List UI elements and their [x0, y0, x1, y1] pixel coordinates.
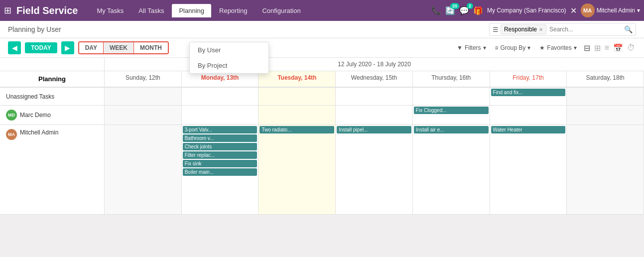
calendar-area: 12 July 2020 - 18 July 2020 Planning Sun… [0, 58, 644, 215]
cell-mitchell-wed[interactable]: Install pipel... [336, 125, 413, 214]
task-fix-sink[interactable]: Fix sink [183, 160, 258, 167]
nav-my-tasks[interactable]: My Tasks [90, 4, 130, 17]
nav-reporting[interactable]: Reporting [212, 4, 254, 17]
day-header-fri: Friday, 17th [490, 71, 567, 87]
group-by-dropdown-icon: ▾ [527, 44, 530, 51]
user-avatar: MA [581, 3, 595, 17]
next-btn[interactable]: ▶ [61, 41, 74, 54]
responsible-tag: Responsible ✕ [501, 24, 546, 34]
cell-unassigned-mon[interactable] [182, 88, 259, 105]
chat-icon[interactable]: 🔄 20 [445, 6, 455, 15]
tag-label: Responsible [504, 26, 537, 33]
day-headers: Planning Sunday, 12th Monday, 13th Tuesd… [0, 71, 644, 88]
day-header-thu: Thursday, 16th [413, 71, 490, 87]
tag-close-icon[interactable]: ✕ [539, 27, 543, 32]
mitchell-label: MA Mitchell Admin [0, 125, 105, 214]
week-range-label: 12 July 2020 - 18 July 2020 [105, 58, 644, 71]
cell-mitchell-sat[interactable] [567, 125, 644, 214]
cell-mitchell-thu[interactable]: Install air e... [413, 125, 490, 214]
day-header-wed: Wednesday, 15th [336, 71, 413, 87]
search-area: ☰ Responsible ✕ 🔍 [489, 23, 636, 36]
cell-marc-sat[interactable] [567, 106, 644, 125]
planning-header: Planning [0, 71, 105, 87]
search-icon[interactable]: 🔍 [624, 25, 633, 33]
cell-unassigned-wed[interactable] [336, 88, 413, 105]
task-water-heater[interactable]: Water Heater [491, 126, 566, 133]
company-name[interactable]: My Company (San Francisco) [487, 7, 566, 14]
grid-view-icon[interactable]: ⊞ [593, 42, 602, 54]
prev-btn[interactable]: ◀ [8, 41, 21, 54]
week-view-btn[interactable]: WEEK [104, 42, 133, 53]
filters-label: Filters [465, 44, 481, 51]
cell-unassigned-tue[interactable] [258, 88, 336, 105]
task-find-fix[interactable]: Find and fix... [491, 89, 566, 96]
group-by-btn[interactable]: ≡ Group By ▾ [492, 43, 534, 53]
clock-view-icon[interactable]: ⏱ [626, 42, 636, 54]
favorites-btn[interactable]: ★ Favorites ▾ [536, 43, 579, 53]
list-view-icon[interactable]: ≡ [604, 42, 610, 54]
group-by-icon: ≡ [495, 44, 499, 51]
brand-title: Field Service [16, 5, 78, 16]
user-menu[interactable]: MA Mitchell Admin ▾ [581, 3, 640, 17]
favorites-dropdown-icon: ▾ [574, 44, 577, 51]
task-two-radiato[interactable]: Two radiato... [259, 126, 334, 133]
task-3port[interactable]: 3-port Valv... [183, 126, 258, 133]
chat-badge: 20 [450, 3, 459, 9]
grid-icon[interactable]: ⊞ [4, 5, 11, 16]
search-input[interactable] [546, 26, 624, 33]
today-btn[interactable]: TODAY [25, 42, 57, 53]
nav-right: 📞 🔄 20 💬 2 🎁 My Company (San Francisco) … [431, 3, 640, 17]
task-install-air[interactable]: Install air e... [414, 126, 489, 133]
cell-marc-tue[interactable] [258, 106, 336, 125]
by-project-item[interactable]: By Project [190, 58, 268, 73]
message-badge: 2 [467, 3, 473, 9]
phone-icon[interactable]: 📞 [431, 6, 441, 15]
cell-mitchell-mon[interactable]: 3-port Valv... Bathroom v... Check joint… [182, 125, 259, 214]
task-filter[interactable]: Filter replac... [183, 151, 258, 159]
cell-marc-wed[interactable] [336, 106, 413, 125]
nav-configuration[interactable]: Configuration [255, 4, 307, 17]
top-nav: ⊞ Field Service My Tasks All Tasks Plann… [0, 0, 644, 21]
by-user-item[interactable]: By User [190, 42, 268, 58]
user-name: Mitchell Admin [597, 7, 635, 14]
close-icon[interactable]: ✕ [570, 6, 577, 15]
cell-unassigned-thu[interactable] [413, 88, 490, 105]
task-bathroom[interactable]: Bathroom v... [183, 134, 258, 142]
gift-icon[interactable]: 🎁 [473, 6, 483, 15]
cell-unassigned-fri[interactable]: Find and fix... [490, 88, 567, 105]
filter-icon: ▼ [457, 44, 463, 51]
task-check-joints[interactable]: Check joints [183, 143, 258, 150]
calendar-view-icon[interactable]: 📅 [612, 42, 624, 54]
cell-marc-thu[interactable]: Fix Clogged... [413, 106, 490, 125]
cell-marc-fri[interactable] [490, 106, 567, 125]
message-icon[interactable]: 💬 2 [459, 6, 469, 15]
filters-btn[interactable]: ▼ Filters ▾ [454, 43, 489, 53]
task-fix-clogged[interactable]: Fix Clogged... [414, 107, 489, 114]
table-row: MA Mitchell Admin 3-port Valv... Bathroo… [0, 125, 644, 215]
task-install-pipel[interactable]: Install pipel... [337, 126, 411, 133]
day-view-btn[interactable]: DAY [79, 42, 103, 53]
cell-mitchell-tue[interactable]: Two radiato... [258, 125, 336, 214]
cell-mitchell-sun[interactable] [105, 125, 182, 214]
list-icon: ☰ [493, 26, 499, 33]
day-header-sat: Saturday, 18th [567, 71, 644, 87]
view-mode-group: DAY WEEK MONTH [78, 41, 169, 54]
view-controls-row: ◀ TODAY ▶ DAY WEEK MONTH ▼ Filters ▾ ≡ G… [0, 38, 644, 58]
breadcrumb: Planning by User [8, 25, 61, 33]
toolbar-area: Planning by User ☰ Responsible ✕ 🔍 [0, 21, 644, 38]
nav-all-tasks[interactable]: All Tasks [131, 4, 171, 17]
marc-avatar: MD [6, 110, 17, 121]
cell-unassigned-sat[interactable] [567, 88, 644, 105]
nav-menu: My Tasks All Tasks Planning Reporting Co… [90, 4, 429, 17]
cell-unassigned-sun[interactable] [105, 88, 182, 105]
kanban-view-icon[interactable]: ⊟ [583, 42, 591, 54]
filter-group: ▼ Filters ▾ ≡ Group By ▾ ★ Favorites ▾ ⊟… [454, 42, 636, 54]
cell-marc-sun[interactable] [105, 106, 182, 125]
cell-marc-mon[interactable] [182, 106, 259, 125]
task-boiler[interactable]: Boiler main... [183, 168, 258, 176]
planning-dropdown: By User By Project [189, 42, 269, 74]
table-row: Unassigned Tasks Find and fix... [0, 88, 644, 106]
nav-planning[interactable]: Planning [172, 4, 211, 17]
cell-mitchell-fri[interactable]: Water Heater [490, 125, 567, 214]
month-view-btn[interactable]: MONTH [134, 42, 168, 53]
